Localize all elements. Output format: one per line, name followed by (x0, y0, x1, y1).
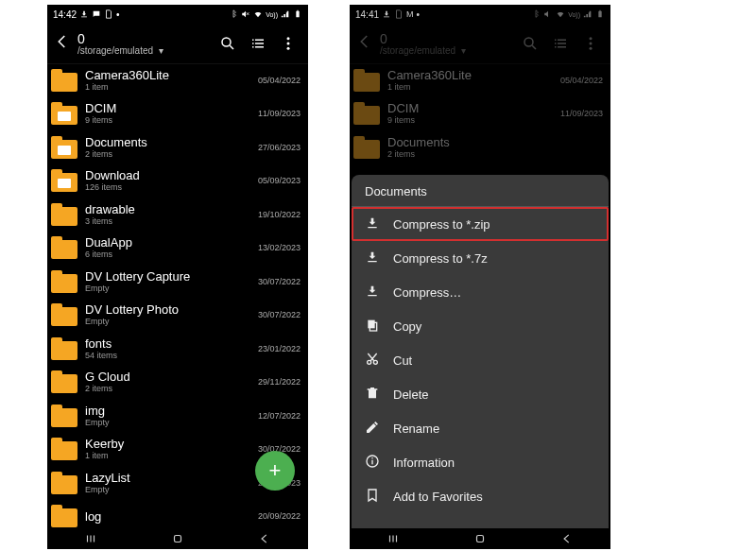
file-row[interactable]: DV Lottery Photo Empty 30/07/2022 (47, 299, 308, 333)
action-information[interactable]: Information (352, 445, 609, 479)
file-name: Camera360Lite (85, 68, 258, 82)
status-bar: 14:41 M • Vo)) (350, 5, 610, 24)
file-name: DCIM (387, 101, 560, 115)
file-row[interactable]: DV Lottery Capture Empty 30/07/2022 (47, 265, 308, 299)
svg-point-19 (590, 47, 593, 50)
more-vert-icon[interactable] (582, 35, 599, 52)
message-icon (92, 9, 101, 19)
mute-icon (543, 9, 553, 19)
action-label: Cut (393, 353, 412, 368)
list-view-icon[interactable] (552, 35, 569, 52)
home-button[interactable] (171, 532, 184, 545)
search-icon[interactable] (522, 35, 539, 52)
file-sub: 1 item (85, 451, 258, 461)
nav-back-button[interactable] (258, 532, 271, 545)
action-rename[interactable]: Rename (352, 411, 609, 445)
action-delete[interactable]: Delete (352, 377, 609, 411)
action-compress[interactable]: Compress… (352, 275, 609, 309)
file-row[interactable]: G Cloud 2 items 29/11/2022 (47, 366, 308, 400)
more-vert-icon[interactable] (280, 35, 297, 52)
system-nav-bar (47, 528, 308, 549)
file-sub: 2 items (85, 149, 258, 160)
action-compress-zip[interactable]: Compress to *.zip (352, 207, 609, 241)
file-row[interactable]: Documents 2 items 27/06/2023 (47, 130, 308, 164)
path-title: 0 /storage/emulated ▾ (376, 32, 522, 56)
svg-point-18 (590, 43, 593, 45)
svg-line-5 (230, 45, 233, 49)
file-name: DV Lottery Capture (85, 269, 258, 284)
file-name: LazyList (85, 471, 258, 485)
net-icon: Vo)) (266, 11, 278, 18)
svg-line-16 (532, 45, 536, 49)
file-sub: 2 items (85, 384, 258, 394)
file-name: G Cloud (85, 370, 258, 384)
storage-path: /storage/emulated (77, 45, 153, 56)
more-icon: • (116, 9, 120, 20)
recent-apps-button[interactable] (387, 532, 400, 545)
folder-icon (51, 236, 77, 259)
file-row[interactable]: log 20/09/2022 (47, 500, 308, 529)
folder-icon (353, 69, 380, 92)
file-sub: 6 items (85, 250, 258, 260)
folder-icon (353, 136, 380, 159)
app-bar: 0 /storage/emulated ▾ (47, 24, 308, 64)
file-row[interactable]: drawable 3 items 19/10/2022 (47, 198, 308, 232)
action-copy[interactable]: Copy (352, 309, 609, 343)
file-date: 11/09/2023 (560, 109, 607, 118)
edit-icon (365, 420, 393, 438)
battery-icon (293, 9, 302, 19)
app-bar: 0 /storage/emulated ▾ (350, 24, 610, 64)
info-icon (365, 454, 393, 472)
action-cut[interactable]: Cut (352, 343, 609, 377)
svg-point-15 (524, 38, 533, 46)
copy-icon (365, 318, 393, 336)
phone-screen-right: 14:41 M • Vo)) 0 /storag (350, 5, 610, 549)
delete-icon (365, 386, 393, 404)
action-label: Copy (393, 319, 421, 334)
home-button[interactable] (473, 532, 487, 545)
folder-icon (51, 505, 77, 527)
add-fab[interactable]: + (255, 451, 295, 491)
download-icon (79, 9, 89, 19)
folder-icon (51, 405, 77, 427)
file-sub: Empty (85, 418, 258, 428)
file-row: Documents 2 items (350, 130, 610, 164)
svg-rect-2 (296, 11, 299, 18)
clip-icon (104, 9, 113, 19)
file-row[interactable]: Camera360Lite 1 item 05/04/2022 (47, 63, 308, 97)
file-row[interactable]: img Empty 12/07/2022 (47, 399, 308, 433)
file-row[interactable]: fonts 54 items 23/01/2022 (47, 332, 308, 366)
status-bar: 14:42 • Vo)) (47, 5, 308, 24)
net-icon: Vo)) (568, 11, 580, 18)
recent-apps-button[interactable] (84, 532, 97, 545)
file-date: 05/04/2022 (560, 76, 607, 85)
file-date: 27/06/2023 (258, 143, 304, 152)
file-name: Documents (85, 135, 258, 149)
mute-icon (241, 9, 250, 19)
folder-icon (51, 472, 77, 494)
file-date: 30/07/2022 (258, 310, 304, 319)
file-name: Documents (387, 135, 603, 149)
folder-icon (51, 69, 77, 92)
file-date: 20/09/2022 (258, 511, 304, 521)
list-view-icon[interactable] (249, 35, 266, 52)
file-row[interactable]: DCIM 9 items 11/09/2023 (47, 97, 308, 131)
file-row[interactable]: Download 126 items 05/09/2023 (47, 164, 308, 198)
file-sub: 2 items (387, 149, 603, 160)
download-icon (382, 9, 391, 19)
back-button[interactable] (353, 33, 376, 55)
action-compress-7z[interactable]: Compress to *.7z (352, 241, 609, 275)
wifi-icon (253, 9, 263, 19)
nav-back-button[interactable] (560, 532, 574, 545)
back-button[interactable] (51, 33, 74, 55)
folder-icon (51, 203, 77, 226)
file-row[interactable]: DualApp 6 items 13/02/2023 (47, 232, 308, 266)
search-icon[interactable] (219, 35, 236, 52)
signal-icon (583, 9, 593, 19)
clip-icon (394, 9, 404, 19)
action-favorites[interactable]: Add to Favorites (352, 479, 609, 513)
action-label: Add to Favorites (393, 490, 483, 504)
chevron-down-icon: ▾ (461, 45, 466, 56)
path-title[interactable]: 0 /storage/emulated ▾ (74, 32, 219, 56)
storage-title: 0 (380, 32, 522, 45)
